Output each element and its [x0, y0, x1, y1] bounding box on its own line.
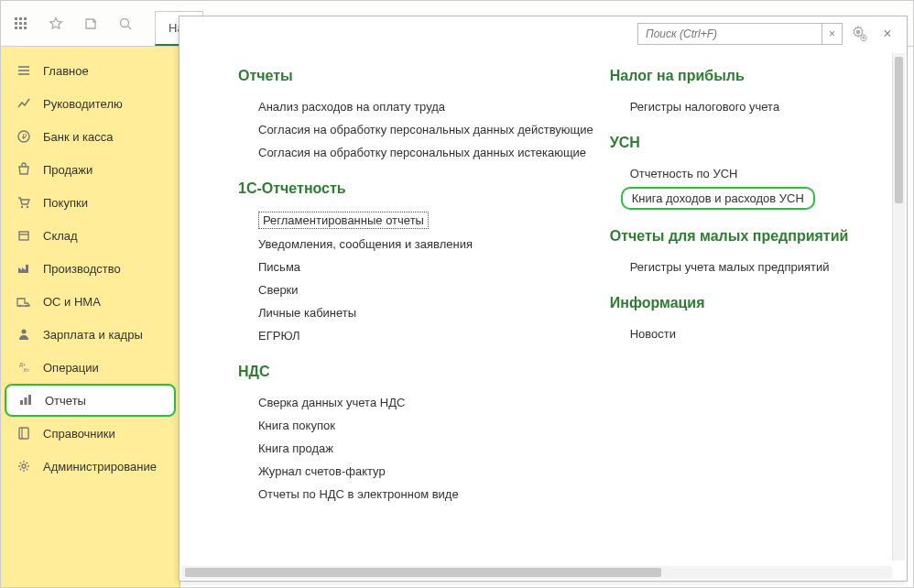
sidebar-item-label: Банк и касса: [43, 130, 114, 144]
sidebar-item-6[interactable]: Производство: [1, 252, 180, 285]
factory-icon: [16, 260, 32, 277]
svg-rect-25: [20, 400, 23, 405]
menu-link[interactable]: Отчетность по УСН: [630, 162, 888, 185]
section-title[interactable]: Отчеты для малых предприятий: [610, 228, 888, 245]
sidebar-item-2[interactable]: ₽Банк и касса: [1, 120, 180, 153]
left-column: ОтчетыАнализ расходов на оплату трудаСог…: [238, 51, 610, 555]
settings-button[interactable]: [850, 24, 870, 44]
link-list: Отчетность по УСНКнига доходов и расходо…: [610, 162, 888, 212]
svg-rect-27: [28, 395, 31, 405]
sidebar-item-label: Продажи: [43, 163, 92, 177]
menu-link[interactable]: Письма: [258, 256, 610, 278]
svg-point-32: [863, 37, 865, 39]
sidebar-item-1[interactable]: Руководителю: [1, 87, 180, 120]
svg-point-20: [19, 305, 22, 308]
chart-icon: [17, 392, 34, 408]
sidebar-item-label: ОС и НМА: [43, 295, 101, 309]
sidebar-item-label: Отчеты: [45, 394, 86, 408]
svg-point-30: [22, 464, 26, 468]
star-icon[interactable]: [45, 13, 67, 35]
svg-rect-2: [24, 17, 27, 20]
sidebar: ГлавноеРуководителю₽Банк и кассаПродажиП…: [1, 47, 180, 587]
menu-link[interactable]: Личные кабинеты: [258, 301, 610, 324]
menu-link[interactable]: ЕГРЮЛ: [258, 324, 610, 347]
menu-link[interactable]: Книга покупок: [258, 414, 610, 437]
search-icon[interactable]: [114, 13, 136, 35]
sidebar-item-3[interactable]: Продажи: [1, 153, 180, 186]
truck-icon: [16, 293, 32, 310]
section-title[interactable]: 1С-Отчетность: [238, 180, 610, 197]
menu-link[interactable]: Сверка данных учета НДС: [258, 391, 610, 414]
horizontal-scrollbar[interactable]: [181, 566, 892, 579]
sidebar-item-8[interactable]: Зарплата и кадры: [1, 318, 180, 351]
menu-link[interactable]: Регистры налогового учета: [630, 95, 888, 118]
menu-link[interactable]: Согласия на обработку персональных данны…: [258, 118, 610, 141]
link-list: Анализ расходов на оплату трудаСогласия …: [238, 95, 610, 164]
svg-rect-6: [15, 27, 17, 29]
trend-icon: [16, 95, 32, 112]
sidebar-item-label: Склад: [43, 229, 78, 243]
svg-rect-7: [19, 27, 22, 29]
svg-rect-0: [15, 17, 17, 20]
vertical-scrollbar[interactable]: [892, 53, 905, 561]
section-title[interactable]: УСН: [610, 135, 888, 151]
svg-point-17: [27, 206, 28, 208]
menu-link[interactable]: Анализ расходов на оплату труда: [258, 95, 610, 118]
ops-icon: ДтКт: [16, 359, 32, 376]
sidebar-item-0[interactable]: Главное: [1, 54, 180, 87]
menu-link[interactable]: Уведомления, сообщения и заявления: [258, 233, 610, 256]
reports-panel: × × ОтчетыАнализ расходов на оплату труд…: [179, 16, 908, 582]
svg-rect-8: [24, 27, 27, 29]
menu-link[interactable]: Согласия на обработку персональных данны…: [258, 141, 610, 164]
sidebar-item-4[interactable]: Покупки: [1, 186, 180, 219]
menu-link[interactable]: Сверки: [258, 278, 610, 301]
sidebar-item-label: Покупки: [43, 196, 88, 210]
sidebar-item-11[interactable]: Справочники: [1, 417, 180, 450]
menu-link[interactable]: Книга продаж: [258, 437, 610, 460]
gear-icon: [16, 458, 32, 474]
link-list: Регламентированные отчетыУведомления, со…: [238, 208, 610, 347]
section-title[interactable]: Информация: [610, 295, 888, 311]
link-list: Регистры налогового учета: [610, 95, 888, 118]
box-icon: [16, 227, 32, 244]
sidebar-item-12[interactable]: Администрирование: [1, 450, 180, 483]
section-title[interactable]: Налог на прибыль: [610, 68, 888, 84]
svg-point-16: [21, 206, 23, 208]
sidebar-item-label: Руководителю: [43, 97, 123, 111]
menu-link[interactable]: Регламентированные отчеты: [258, 212, 429, 229]
menu-link[interactable]: Регистры учета малых предприятий: [630, 256, 888, 278]
history-icon[interactable]: [80, 13, 102, 35]
menu-icon: [16, 62, 32, 79]
section-title[interactable]: Отчеты: [238, 68, 610, 84]
panel-body: ОтчетыАнализ расходов на оплату трудаСог…: [180, 51, 907, 564]
sidebar-item-label: Справочники: [43, 427, 115, 441]
svg-point-22: [22, 330, 27, 334]
sidebar-item-label: Производство: [43, 262, 121, 276]
link-list: Регистры учета малых предприятий: [610, 256, 888, 278]
search-clear-button[interactable]: ×: [822, 24, 842, 44]
svg-line-10: [128, 26, 132, 29]
sidebar-item-9[interactable]: ДтКтОперации: [1, 351, 180, 384]
svg-rect-18: [19, 232, 28, 240]
svg-rect-1: [19, 17, 22, 20]
search-input[interactable]: [638, 24, 822, 44]
link-list: Новости: [610, 322, 888, 345]
menu-link[interactable]: Отчеты по НДС в электронном виде: [258, 483, 610, 506]
sidebar-item-7[interactable]: ОС и НМА: [1, 285, 180, 318]
link-list: Сверка данных учета НДСКнига покупокКниг…: [238, 391, 610, 506]
svg-rect-3: [15, 22, 17, 25]
sidebar-item-10[interactable]: Отчеты: [5, 384, 176, 417]
menu-link[interactable]: Новости: [630, 322, 888, 345]
person-icon: [16, 326, 32, 343]
close-button[interactable]: ×: [877, 24, 898, 44]
menu-link[interactable]: Журнал счетов-фактур: [258, 460, 610, 483]
apps-icon[interactable]: [10, 13, 32, 35]
sidebar-item-5[interactable]: Склад: [1, 219, 180, 252]
menu-link[interactable]: Книга доходов и расходов УСН: [621, 187, 815, 210]
section-title[interactable]: НДС: [238, 364, 610, 380]
sidebar-item-label: Главное: [43, 64, 89, 78]
ruble-icon: ₽: [16, 128, 32, 145]
svg-rect-4: [19, 22, 22, 25]
right-column: Налог на прибыльРегистры налогового учет…: [610, 51, 888, 555]
svg-point-9: [121, 18, 129, 27]
